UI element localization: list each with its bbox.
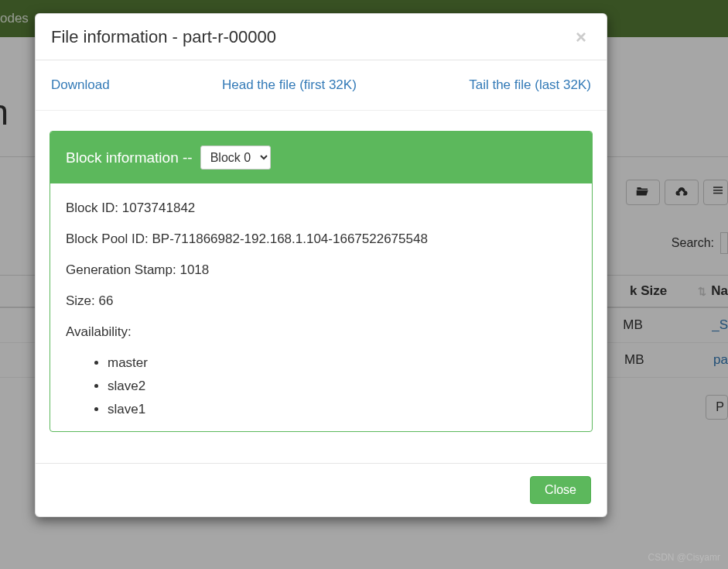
block-info-panel: Block information -- Block 0 Block ID: 1… (50, 131, 593, 432)
availability-item: master (108, 352, 576, 374)
watermark: CSDN @Cisyamr (648, 552, 720, 563)
modal-title: File information - part-r-00000 (51, 27, 276, 47)
block-panel-heading: Block information -- Block 0 (50, 132, 592, 183)
availability-item: slave2 (108, 375, 576, 397)
gen-stamp-row: Generation Stamp: 1018 (66, 259, 576, 281)
modal-header: File information - part-r-00000 × (36, 14, 607, 60)
availability-item: slave1 (108, 399, 576, 420)
pool-id-row: Block Pool ID: BP-711866982-192.168.1.10… (66, 228, 576, 250)
block-id-row: Block ID: 1073741842 (66, 197, 576, 219)
block-select[interactable]: Block 0 (200, 146, 271, 170)
modal-link-bar: Download Head the file (first 32K) Tail … (36, 60, 607, 111)
head-file-link[interactable]: Head the file (first 32K) (222, 77, 357, 93)
block-info-label: Block information -- (66, 149, 193, 166)
download-link[interactable]: Download (51, 77, 110, 93)
file-info-modal: File information - part-r-00000 × Downlo… (35, 13, 607, 517)
close-button[interactable]: Close (530, 476, 591, 504)
size-row: Size: 66 (66, 290, 576, 312)
availability-label: Availability: (66, 321, 576, 343)
block-panel-body: Block ID: 1073741842 Block Pool ID: BP-7… (50, 183, 592, 431)
modal-footer: Close (36, 463, 607, 516)
close-icon[interactable]: × (571, 27, 591, 47)
availability-list: master slave2 slave1 (66, 352, 576, 420)
tail-file-link[interactable]: Tail the file (last 32K) (469, 77, 591, 93)
